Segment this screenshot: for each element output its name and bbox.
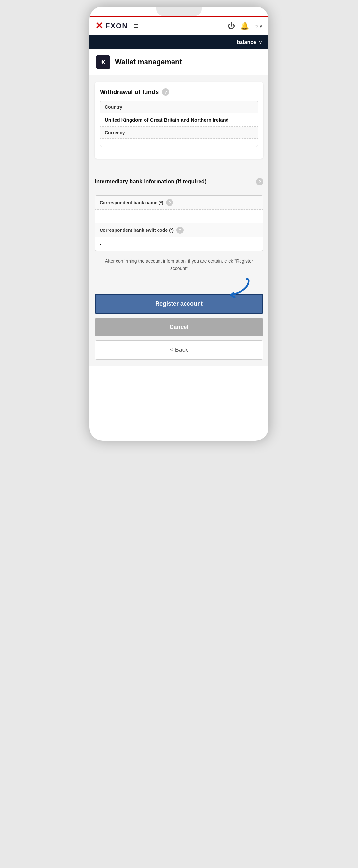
arrow-container: [95, 277, 263, 300]
phone-notch: [156, 6, 202, 16]
phone-frame: ✕ FXON ≡ ⏻ 🔔 ⚙ ∨ balance ∨ € Wallet mana…: [89, 6, 269, 440]
intermediary-section: Intermediary bank information (if requir…: [89, 172, 269, 300]
wallet-icon: €: [96, 55, 110, 69]
settings-area[interactable]: ⚙ ∨: [254, 24, 263, 29]
intermediary-separator: [95, 190, 263, 190]
back-button[interactable]: < Back: [95, 340, 263, 360]
withdrawal-card: Withdrawal of funds ? Country United Kin…: [95, 82, 263, 159]
cancel-button[interactable]: Cancel: [95, 318, 263, 337]
arrow-icon: [221, 277, 250, 300]
correspondent-name-help-icon[interactable]: ?: [166, 199, 173, 206]
intermediary-title-text: Intermediary bank information (if requir…: [95, 179, 256, 185]
hamburger-menu[interactable]: ≡: [134, 22, 138, 31]
intermediary-help-icon[interactable]: ?: [256, 178, 263, 185]
buttons-section: Register account Cancel < Back: [89, 293, 269, 366]
main-content: Withdrawal of funds ? Country United Kin…: [89, 75, 269, 172]
correspondent-swift-label: Correspondent bank swift code (*) ?: [95, 223, 263, 237]
currency-value: [100, 139, 258, 147]
logo-x-icon: ✕: [95, 22, 103, 31]
gear-icon: ⚙: [254, 24, 258, 29]
correspondent-card: Correspondent bank name (*) ? - Correspo…: [95, 195, 263, 251]
correspondent-name-value: -: [95, 210, 263, 223]
bell-icon[interactable]: 🔔: [240, 22, 249, 30]
logo-area: ✕ FXON: [95, 22, 128, 31]
correspondent-name-label: Correspondent bank name (*) ?: [95, 196, 263, 210]
intermediary-title: Intermediary bank information (if requir…: [95, 178, 263, 185]
withdrawal-help-icon[interactable]: ?: [162, 88, 169, 96]
withdrawal-section-title: Withdrawal of funds ?: [100, 88, 258, 96]
header: ✕ FXON ≡ ⏻ 🔔 ⚙ ∨: [89, 17, 269, 35]
gear-chevron: ∨: [259, 24, 263, 29]
country-currency-group: Country United Kingdom of Great Britain …: [100, 101, 258, 147]
power-icon[interactable]: ⏻: [228, 22, 235, 30]
balance-label: balance: [237, 39, 256, 45]
wallet-title: Wallet management: [115, 58, 182, 66]
wallet-header: € Wallet management: [89, 49, 269, 75]
info-text: After confirming the account information…: [95, 257, 263, 277]
balance-chevron: ∨: [259, 40, 262, 45]
balance-bar[interactable]: balance ∨: [89, 35, 269, 49]
header-right: ⏻ 🔔 ⚙ ∨: [228, 22, 263, 30]
logo-text: FXON: [106, 22, 128, 30]
country-label: Country: [100, 101, 258, 113]
correspondent-swift-value: -: [95, 237, 263, 251]
currency-label: Currency: [100, 127, 258, 139]
correspondent-swift-help-icon[interactable]: ?: [176, 226, 184, 234]
country-value: United Kingdom of Great Britain and Nort…: [100, 113, 258, 126]
